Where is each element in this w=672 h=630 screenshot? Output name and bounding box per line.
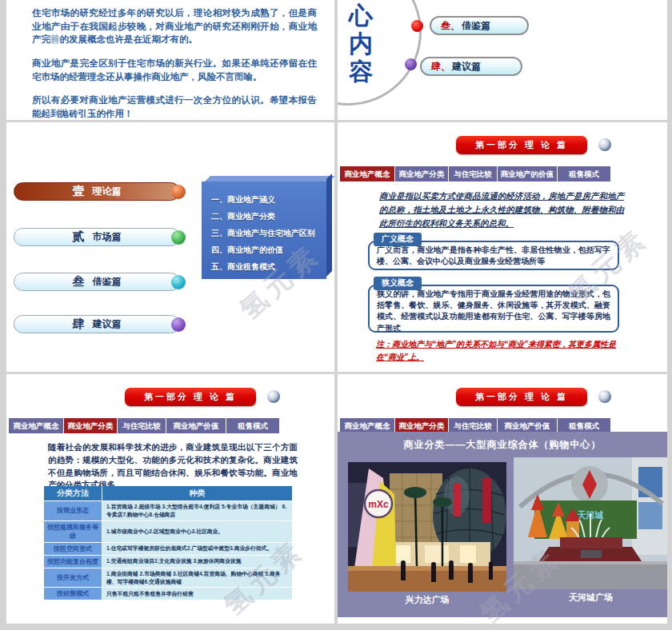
intro-paragraph-2: 商业地产是完全区别于住宅市场的新兴行业。如果还单纯还停留在住宅市场的经营理念还从… <box>32 57 317 83</box>
agenda-section-number: 叁 <box>73 274 85 289</box>
agenda-section-reference: 叁 借鉴篇 <box>14 273 180 291</box>
core-item-label: 建议篇 <box>452 60 481 74</box>
globe-icon <box>598 390 611 403</box>
slide-thumb-concept[interactable]: 第一部分 理 论 篇 商业地产概念 商业地产分类 与住宅比较 商业地产的价值 租… <box>338 122 667 372</box>
table-header-method: 分类方法 <box>44 486 102 500</box>
table-row: 按照空间形式 1.住宅或写字楼裙房部位的底商式2.广场型或中庭型3.商业步行街式… <box>44 543 292 555</box>
table-header-kind: 种类 <box>102 486 292 500</box>
tab-classification: 商业地产分类 <box>64 418 117 433</box>
narrow-concept-box: 狭义的讲，商业地产专指用于商业服务业经营用途的物业形式，包括零售、餐饮、娱乐、健… <box>368 285 619 333</box>
sphere-icon-teal <box>171 275 186 289</box>
agenda-section-suggestion: 肆 建议篇 <box>14 315 180 333</box>
slide-thumb-gallery[interactable]: 第一部分 理 论 篇 商业地产概念 商业地产分类 与住宅比较 商业地产价值 租售… <box>338 374 667 624</box>
gallery-title: 商业分类——大型商业综合体（购物中心） <box>338 438 667 452</box>
slide-thumb-classification[interactable]: 第一部分 理 论 篇 商业地产概念 商业地产分类 与住宅比较 商业地产价值 租售… <box>6 374 334 624</box>
classification-intro-text: 随着社会的发展和科学技术的进步，商业建筑呈现出以下三个方面的趋势：规模的大型化、… <box>48 441 298 492</box>
tab-concept: 商业地产概念 <box>340 166 394 181</box>
tab-concept: 商业地产概念 <box>9 418 63 433</box>
tab-vs-residential: 与住宅比较 <box>118 418 166 433</box>
core-item-number: 肆、 <box>431 60 450 74</box>
globe-icon <box>598 138 611 151</box>
topic-item: 五、商业租售模式 <box>211 258 320 275</box>
table-row: 按开发方式 1.商业街商铺 2.市场类商铺 3.社区商铺4.百货商场、购物中心商… <box>44 568 292 588</box>
agenda-section-label: 建议篇 <box>93 317 122 331</box>
theory-topic-box: 一、商业地产涵义 二、商业地产分类 三、商业地产与住宅地产区别 四、商业地产的价… <box>202 181 326 279</box>
tab-lease-model: 租售模式 <box>558 166 610 181</box>
table-cell-method: 按照功能复合程度 <box>44 556 102 568</box>
core-item-jianjian: 叁、 借鉴篇 <box>430 16 529 35</box>
photo-caption-right: 天河城广场 <box>514 592 667 604</box>
sphere-icon-violet <box>171 317 186 332</box>
section-banner: 第一部分 理 论 篇 <box>456 136 587 154</box>
concept-definition-text: 商业是指以买卖方式使商品流通的经济活动，房地产是房产和地产的总称，指土地及土地之… <box>379 189 624 229</box>
intro-paragraph-1: 住宅市场的研究经过多年的研究以后，理论相对较为成熟了，但是商业地产由于在我国起步… <box>32 6 317 46</box>
table-cell-method: 按照空间形式 <box>44 543 102 555</box>
classification-table: 分类方法 种类 按商业形态 1.百货商场 2.超级市场 3.大型综合超市4.便利… <box>43 485 293 600</box>
narrow-concept-tag: 狭义概念 <box>374 277 422 290</box>
table-cell-method: 按照规模和服务等级 <box>44 521 102 542</box>
mixc-logo-text: mXc <box>368 499 389 510</box>
intro-text-block: 住宅市场的研究经过多年的研究以后，理论相对较为成熟了，但是商业地产由于在我国起步… <box>32 6 317 120</box>
table-cell-kind: 1.住宅或写字楼裙房部位的底商式2.广场型或中庭型3.商业步行街式。 <box>102 543 292 555</box>
table-row: 按商业形态 1.百货商场 2.超级市场 3.大型综合超市4.便利店 5.专业市场… <box>44 501 292 520</box>
topic-item: 三、商业地产与住宅地产区别 <box>211 225 320 241</box>
agenda-section-theory: 壹 理论篇 <box>14 182 180 201</box>
agenda-section-number: 肆 <box>73 317 85 332</box>
topic-item: 二、商业地产分类 <box>211 208 320 225</box>
table-cell-method: 按商业形态 <box>44 501 102 520</box>
classification-tab-bar: 商业地产概念 商业地产分类 与住宅比较 商业地产价值 租售模式 <box>9 418 279 433</box>
tab-classification: 商业地产分类 <box>395 166 448 181</box>
tab-vs-residential: 与住宅比较 <box>449 166 497 181</box>
topic-item: 四、商业地产的价值 <box>211 241 320 258</box>
photo-caption-left: 兴力达广场 <box>348 594 506 606</box>
agenda-section-label: 借鉴篇 <box>93 275 122 289</box>
table-row: 按照功能复合程度 1.交通枢纽商业项目2.文化商业设施 3.旅游休闲商业设施 <box>44 556 292 568</box>
core-item-number: 叁、 <box>441 19 460 33</box>
slide-thumb-core-content[interactable]: 心内容 叁、 借鉴篇 肆、 建议篇 <box>338 0 667 120</box>
concept-note: 注：商业地产与“地产”的关系不如与“商业”来得紧密，其更多属性是在“商业”上。 <box>376 338 616 363</box>
bullet-dot-red <box>411 20 423 32</box>
table-cell-kind: 1.城市级商业中心2.区域型商业中心3.社区商业。 <box>102 521 292 542</box>
agenda-section-number: 贰 <box>73 229 85 245</box>
gallery-panel: 商业分类——大型商业综合体（购物中心） <box>338 432 667 617</box>
table-row: 按经营模式 只售不租只租不售租售并举自行经营 <box>44 588 292 600</box>
decorative-arc <box>338 0 422 106</box>
table-cell-kind: 只售不租只租不售租售并举自行经营 <box>102 588 292 600</box>
table-header-row: 分类方法 种类 <box>44 486 292 500</box>
table-cell-kind: 1.百货商场 2.超级市场 3.大型综合超市4.便利店 5.专业市场（主题商城）… <box>102 501 292 520</box>
broad-concept-tag: 广义概念 <box>374 233 422 246</box>
tab-lease-model: 租售模式 <box>226 418 279 433</box>
agenda-section-market: 贰 市场篇 <box>14 228 180 246</box>
table-cell-kind: 1.交通枢纽商业项目2.文化商业设施 3.旅游休闲商业设施 <box>102 556 292 568</box>
slide-thumb-intro[interactable]: 住宅市场的研究经过多年的研究以后，理论相对较为成熟了，但是商业地产由于在我国起步… <box>6 0 334 120</box>
bullet-dot-purple <box>405 58 417 70</box>
globe-icon <box>267 390 280 403</box>
table-cell-kind: 1.商业街商铺 2.市场类商铺 3.社区商铺4.百货商场、购物中心商铺 5.商务… <box>102 568 292 588</box>
table-row: 按照规模和服务等级 1.城市级商业中心2.区域型商业中心3.社区商业。 <box>44 521 292 542</box>
concept-tab-bar: 商业地产概念 商业地产分类 与住宅比较 商业地产的价值 租售模式 <box>340 166 610 181</box>
core-item-label: 借鉴篇 <box>462 19 490 33</box>
photo-teemall-plaza-day: 天河城 <box>514 457 667 589</box>
tab-value: 商业地产价值 <box>166 418 226 433</box>
agenda-section-label: 理论篇 <box>93 185 122 198</box>
slide-thumb-agenda[interactable]: 壹 理论篇 贰 市场篇 叁 借鉴篇 肆 建议篇 一、商业地产涵义 二、商业地产分… <box>6 122 334 372</box>
table-cell-method: 按经营模式 <box>44 588 102 600</box>
table-cell-method: 按开发方式 <box>44 568 102 588</box>
sphere-icon-orange <box>171 185 186 199</box>
section-banner: 第一部分 理 论 篇 <box>125 388 256 406</box>
tab-value: 商业地产的价值 <box>498 166 557 181</box>
agenda-section-label: 市场篇 <box>93 230 122 244</box>
slide-grid: 住宅市场的研究经过多年的研究以后，理论相对较为成熟了，但是商业地产由于在我国起步… <box>0 0 672 630</box>
core-item-jianyi: 肆、 建议篇 <box>420 57 522 76</box>
section-banner: 第一部分 理 论 篇 <box>456 388 587 406</box>
topic-item: 一、商业地产涵义 <box>211 191 320 208</box>
agenda-section-number: 壹 <box>73 184 85 199</box>
intro-paragraph-3: 所以有必要对商业地产运营模式进行一次全方位的认识。希望本报告能起到抛砖引玉的作用… <box>32 94 317 120</box>
sphere-icon-green <box>171 230 186 245</box>
photo-xinglida-plaza-night: mXc <box>348 462 506 592</box>
